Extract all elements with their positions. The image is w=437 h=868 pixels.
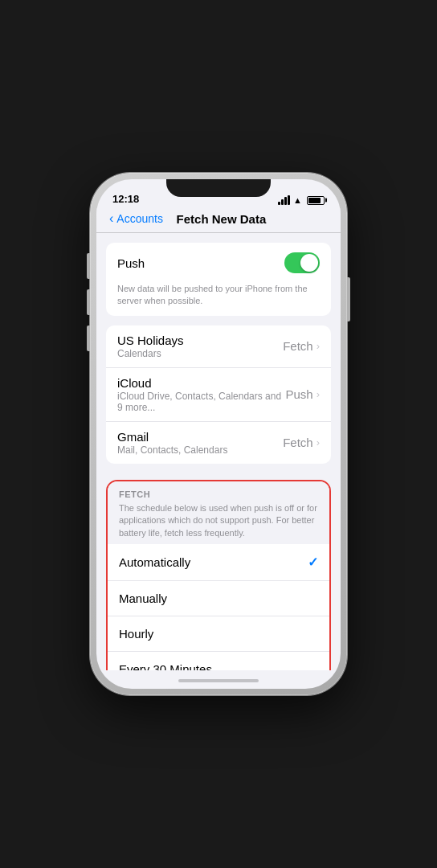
back-chevron-icon: ‹ [109, 211, 113, 226]
account-name-us-holidays: US Holidays [117, 334, 184, 347]
fetch-header-title: FETCH [119, 489, 318, 499]
fetch-section-wrapper: FETCH The schedule below is used when pu… [106, 480, 331, 670]
push-card: Push New data will be pushed to your iPh… [106, 243, 331, 316]
fetch-option-label-automatically: Automatically [119, 555, 190, 569]
account-name-icloud: iCloud [117, 376, 285, 390]
signal-icon [278, 195, 290, 205]
account-row-icloud[interactable]: iCloud iCloud Drive, Contacts, Calendars… [106, 368, 331, 422]
fetch-option-hourly[interactable]: Hourly [108, 616, 329, 652]
page-title: Fetch New Data [163, 212, 280, 226]
account-action-gmail: Fetch › [283, 436, 320, 449]
toggle-knob [300, 254, 318, 272]
fetch-options-list: Automatically ✓ Manually Hourly Every 30… [108, 544, 329, 670]
accounts-list: US Holidays Calendars Fetch › iCloud iCl… [106, 326, 331, 464]
notch [166, 179, 271, 197]
fetch-option-manually[interactable]: Manually [108, 581, 329, 616]
push-toggle[interactable] [284, 252, 320, 273]
home-indicator[interactable] [178, 679, 259, 682]
fetch-option-label-30min: Every 30 Minutes [119, 662, 212, 670]
status-icons: ▲ [278, 195, 325, 205]
content-area: Push New data will be pushed to your iPh… [96, 233, 341, 670]
account-sub-icloud: iCloud Drive, Contacts, Calendars and 9 … [117, 391, 285, 413]
status-time: 12:18 [112, 193, 139, 205]
wifi-icon: ▲ [293, 195, 302, 205]
checkmark-icon: ✓ [308, 555, 318, 570]
nav-bar: ‹ Accounts Fetch New Data [96, 208, 341, 233]
account-action-us-holidays: Fetch › [283, 339, 320, 353]
account-row-gmail[interactable]: Gmail Mail, Contacts, Calendars Fetch › [106, 422, 331, 464]
battery-icon [307, 196, 325, 205]
push-description: New data will be pushed to your iPhone f… [106, 283, 331, 316]
phone-screen: 12:18 ▲ ‹ Accounts Fetch New Data [96, 179, 341, 689]
fetch-header: FETCH The schedule below is used when pu… [108, 481, 329, 544]
account-sub-us-holidays: Calendars [117, 348, 184, 359]
push-row: Push [106, 243, 331, 283]
chevron-right-icon: › [317, 340, 320, 352]
fetch-header-desc: The schedule below is used when push is … [119, 502, 318, 539]
mute-button[interactable] [87, 326, 90, 351]
fetch-option-automatically[interactable]: Automatically ✓ [108, 544, 329, 581]
fetch-option-label-manually: Manually [119, 592, 167, 605]
volume-down-button[interactable] [87, 253, 90, 279]
account-row-us-holidays[interactable]: US Holidays Calendars Fetch › [106, 326, 331, 368]
back-button[interactable]: ‹ Accounts [109, 211, 163, 226]
back-label: Accounts [116, 212, 163, 225]
phone-frame: 12:18 ▲ ‹ Accounts Fetch New Data [90, 173, 347, 695]
volume-up-button[interactable] [87, 289, 90, 315]
push-label: Push [117, 256, 145, 270]
chevron-right-icon-icloud: › [317, 388, 320, 400]
account-name-gmail: Gmail [117, 430, 227, 444]
account-sub-gmail: Mail, Contacts, Calendars [117, 444, 227, 456]
fetch-option-30min[interactable]: Every 30 Minutes [108, 652, 329, 670]
account-action-icloud: Push › [285, 387, 320, 401]
fetch-section: FETCH The schedule below is used when pu… [106, 480, 331, 670]
power-button[interactable] [347, 277, 350, 321]
fetch-option-label-hourly: Hourly [119, 627, 153, 641]
chevron-right-icon-gmail: › [317, 436, 320, 448]
